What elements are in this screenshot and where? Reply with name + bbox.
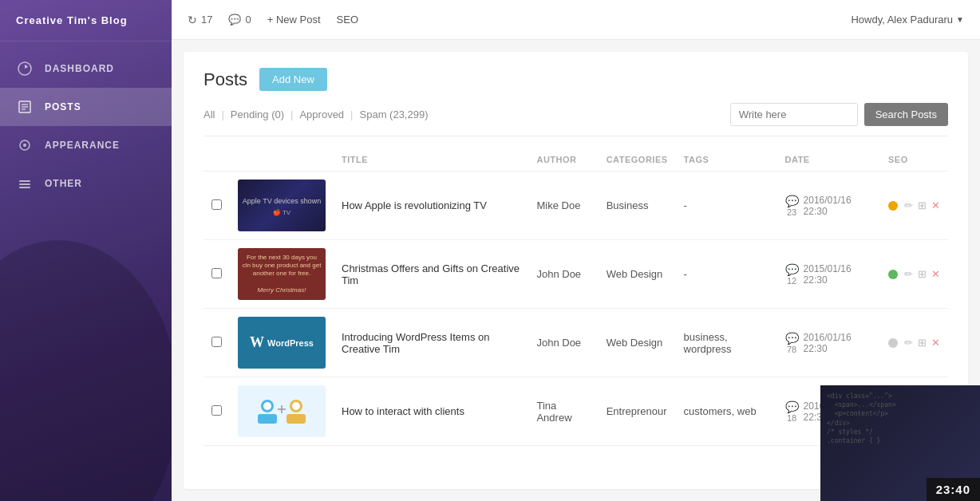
topbar-seo[interactable]: SEO — [337, 14, 358, 26]
comment-count-cell: 💬 12 — [785, 263, 799, 286]
row-checkbox[interactable] — [211, 337, 222, 347]
row-category: Business — [599, 172, 676, 240]
row-checkbox[interactable] — [211, 405, 222, 416]
seo-view-icon[interactable]: ⊞ — [918, 268, 927, 280]
seo-view-icon[interactable]: ⊞ — [918, 337, 927, 349]
row-checkbox[interactable] — [211, 268, 222, 278]
row-tags: - — [676, 172, 777, 240]
sidebar-item-dashboard-label: Dashboard — [45, 63, 114, 74]
row-title-cell: How Apple is revolutionizing TV — [334, 172, 528, 240]
row-date-cell: 💬 78 2016/01/16 22:30 — [777, 309, 880, 377]
topbar-user[interactable]: Howdy, Alex Paduraru ▼ — [851, 14, 964, 26]
row-title-cell: Introducing WordPress Items on Creative … — [334, 309, 528, 377]
sidebar-item-other[interactable]: Other — [0, 164, 172, 203]
svg-rect-8 — [19, 183, 30, 185]
comment-count-cell: 💬 78 — [785, 332, 799, 354]
filter-all[interactable]: All — [204, 108, 221, 120]
date-value: 2015/01/16 22:30 — [804, 263, 872, 286]
filter-links: All | Pending (0) | Approved | Spam (23,… — [204, 108, 435, 120]
topbar-left: ↻ 17 💬 0 + New Post SEO — [188, 14, 851, 26]
seo-delete-icon[interactable]: ✕ — [931, 337, 940, 349]
filter-pending[interactable]: Pending (0) — [224, 108, 290, 120]
row-author: John Doe — [528, 240, 598, 309]
code-overlay: <div class="..."> <span>...</span> <p>co… — [820, 385, 980, 452]
sidebar-logo: Creative Tim's Blog — [0, 0, 172, 41]
th-title: TITLE — [334, 148, 528, 172]
sidebar-item-dashboard[interactable]: Dashboard — [0, 49, 172, 88]
svg-rect-9 — [19, 187, 30, 188]
row-author: John Doe — [528, 309, 598, 377]
search-input[interactable] — [730, 103, 858, 126]
comment-count: 12 — [787, 276, 796, 286]
table-header-row: TITLE AUTHOR CATEGORIES TAGS DATE SEO — [204, 148, 948, 172]
comment-count: 78 — [787, 345, 796, 354]
filter-approved[interactable]: Approved — [293, 108, 350, 120]
topbar-refresh[interactable]: ↻ 17 — [188, 14, 212, 26]
comment-count-cell: 💬 18 — [785, 400, 799, 423]
svg-point-15 — [292, 402, 300, 410]
sidebar-item-posts[interactable]: Posts — [0, 88, 172, 126]
thumbnail-apple: Apple TV devices shown 🍎 TV — [238, 179, 326, 231]
sidebar-item-appearance[interactable]: Appearance — [0, 126, 172, 164]
row-thumbnail-cell: For the next 30 days you cln buy one pro… — [230, 240, 334, 309]
svg-rect-13 — [258, 414, 277, 424]
row-date-cell: 💬 12 2015/01/16 22:30 — [777, 240, 880, 309]
table-row: For the next 30 days you cln buy one pro… — [204, 240, 948, 309]
appearance-icon — [16, 136, 34, 154]
row-thumbnail-cell — [230, 377, 334, 446]
row-title-cell: How to interact with clients — [334, 377, 528, 446]
comment-count: 0 — [245, 14, 251, 26]
seo-delete-icon[interactable]: ✕ — [931, 268, 940, 280]
topbar-new-post[interactable]: + New Post — [267, 14, 321, 26]
th-date: DATE — [777, 148, 880, 172]
seo-edit-icon[interactable]: ✏ — [904, 337, 913, 349]
row-tags: customers, web — [676, 377, 777, 446]
row-author: Mike Doe — [528, 172, 598, 240]
row-seo-cell: ✏ ⊞ ✕ — [880, 172, 948, 240]
new-post-label: + New Post — [267, 14, 321, 26]
row-checkbox[interactable] — [211, 199, 222, 210]
date-value: 2016/01/16 22:30 — [804, 195, 872, 217]
refresh-count: 17 — [201, 14, 212, 26]
row-date-cell: 💬 23 2016/01/16 22:30 — [777, 172, 880, 240]
user-dropdown-icon: ▼ — [956, 15, 964, 24]
seo-delete-icon[interactable]: ✕ — [931, 199, 940, 211]
seo-actions: ✏ ⊞ ✕ — [904, 337, 940, 349]
post-title[interactable]: How Apple is revolutionizing TV — [342, 199, 487, 211]
row-title-cell: Christmas Offers and Gifts on Creative T… — [334, 240, 528, 309]
row-tags: - — [676, 240, 777, 309]
row-seo-cell: ✏ ⊞ ✕ — [880, 240, 948, 309]
seo-status-dot — [888, 201, 898, 211]
posts-icon — [16, 98, 34, 116]
sidebar-item-posts-label: Posts — [45, 101, 81, 112]
row-thumbnail-cell: Apple TV devices shown 🍎 TV — [230, 172, 334, 240]
post-title[interactable]: How to interact with clients — [342, 405, 464, 417]
svg-point-12 — [263, 402, 271, 410]
search-button[interactable]: Search Posts — [864, 103, 948, 126]
svg-rect-16 — [286, 414, 306, 424]
topbar-comments[interactable]: 💬 0 — [228, 14, 251, 26]
table-row: WWordPressIntroducing WordPress Items on… — [204, 309, 948, 377]
thumbnail-clients — [238, 385, 326, 437]
row-checkbox-cell — [204, 172, 230, 240]
comment-icon: 💬 — [785, 195, 799, 207]
comment-icon: 💬 — [228, 14, 241, 26]
svg-rect-7 — [19, 180, 30, 182]
sidebar-item-other-label: Other — [45, 178, 82, 189]
seo-actions: ✏ ⊞ ✕ — [904, 268, 940, 280]
add-new-button[interactable]: Add New — [259, 68, 327, 91]
seo-edit-icon[interactable]: ✏ — [904, 268, 913, 280]
topbar: ↻ 17 💬 0 + New Post SEO Howdy, Alex Padu… — [172, 0, 980, 40]
search-area: Search Posts — [730, 103, 948, 126]
seo-status-dot — [888, 270, 898, 279]
seo-edit-icon[interactable]: ✏ — [904, 199, 913, 211]
row-checkbox-cell — [204, 240, 230, 309]
post-title[interactable]: Christmas Offers and Gifts on Creative T… — [342, 262, 520, 286]
th-author: AUTHOR — [528, 148, 598, 172]
post-title[interactable]: Introducing WordPress Items on Creative … — [342, 331, 489, 355]
seo-view-icon[interactable]: ⊞ — [918, 199, 927, 211]
filter-spam[interactable]: Spam (23,299) — [354, 108, 435, 120]
comment-icon: 💬 — [785, 332, 799, 345]
user-label: Howdy, Alex Paduraru — [851, 14, 953, 26]
row-author: Tina Andrew — [528, 377, 598, 446]
